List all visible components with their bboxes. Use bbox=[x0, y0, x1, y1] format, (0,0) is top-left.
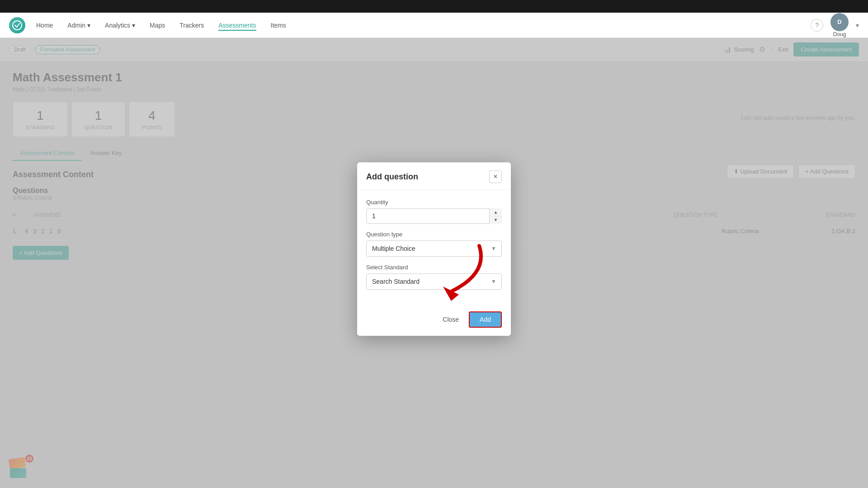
quantity-input[interactable] bbox=[366, 208, 502, 224]
nav-item-maps[interactable]: Maps bbox=[150, 20, 165, 31]
nav-item-admin[interactable]: Admin ▾ bbox=[67, 20, 90, 31]
close-modal-button[interactable]: Close bbox=[437, 312, 464, 327]
search-standard-wrapper: Search Standard ▼ bbox=[366, 273, 502, 290]
help-icon[interactable]: ? bbox=[811, 19, 823, 32]
top-bar bbox=[0, 0, 868, 13]
quantity-label: Quantity bbox=[366, 199, 502, 206]
nav-item-analytics[interactable]: Analytics ▾ bbox=[105, 20, 135, 31]
quantity-input-wrapper: ▲ ▼ bbox=[366, 208, 502, 224]
add-question-modal: Add question × Quantity ▲ ▼ Question typ… bbox=[357, 162, 511, 336]
nav-item-trackers[interactable]: Trackers bbox=[179, 20, 204, 31]
question-type-select-wrapper: Multiple Choice True/False Short Answer … bbox=[366, 240, 502, 257]
select-standard-label: Select Standard bbox=[366, 264, 502, 271]
question-type-group: Question type Multiple Choice True/False… bbox=[366, 231, 502, 257]
modal-body: Quantity ▲ ▼ Question type Multiple Choi… bbox=[357, 190, 511, 306]
navbar: Home Admin ▾ Analytics ▾ Maps Trackers A… bbox=[0, 13, 868, 38]
add-button[interactable]: Add bbox=[469, 311, 502, 328]
app-logo[interactable] bbox=[9, 17, 25, 33]
modal-close-button[interactable]: × bbox=[489, 170, 502, 183]
nav-right: ? D Doug ▾ bbox=[811, 13, 859, 38]
page-content: Draft Formative Assessment 📊 Scoring ⚙ |… bbox=[0, 38, 868, 488]
spinner-down[interactable]: ▼ bbox=[490, 216, 502, 224]
question-type-label: Question type bbox=[366, 231, 502, 238]
user-dropdown-arrow[interactable]: ▾ bbox=[856, 22, 859, 29]
nav-item-home[interactable]: Home bbox=[36, 20, 53, 31]
question-type-select[interactable]: Multiple Choice True/False Short Answer … bbox=[366, 240, 502, 257]
avatar: D bbox=[830, 13, 849, 31]
spinner-up[interactable]: ▲ bbox=[490, 208, 502, 216]
number-spinners: ▲ ▼ bbox=[489, 208, 502, 224]
modal-header: Add question × bbox=[357, 162, 511, 190]
quantity-group: Quantity ▲ ▼ bbox=[366, 199, 502, 224]
nav-item-items[interactable]: Items bbox=[271, 20, 286, 31]
nav-items: Home Admin ▾ Analytics ▾ Maps Trackers A… bbox=[36, 20, 811, 31]
modal-footer: Close Add bbox=[357, 306, 511, 336]
username: Doug bbox=[833, 31, 846, 38]
search-standard-select[interactable]: Search Standard bbox=[366, 273, 502, 290]
svg-point-0 bbox=[13, 21, 22, 30]
modal-title: Add question bbox=[366, 172, 418, 182]
nav-item-assessments[interactable]: Assessments bbox=[218, 20, 256, 31]
select-standard-group: Select Standard Search Standard ▼ bbox=[366, 264, 502, 290]
user-menu[interactable]: D Doug bbox=[830, 13, 849, 38]
